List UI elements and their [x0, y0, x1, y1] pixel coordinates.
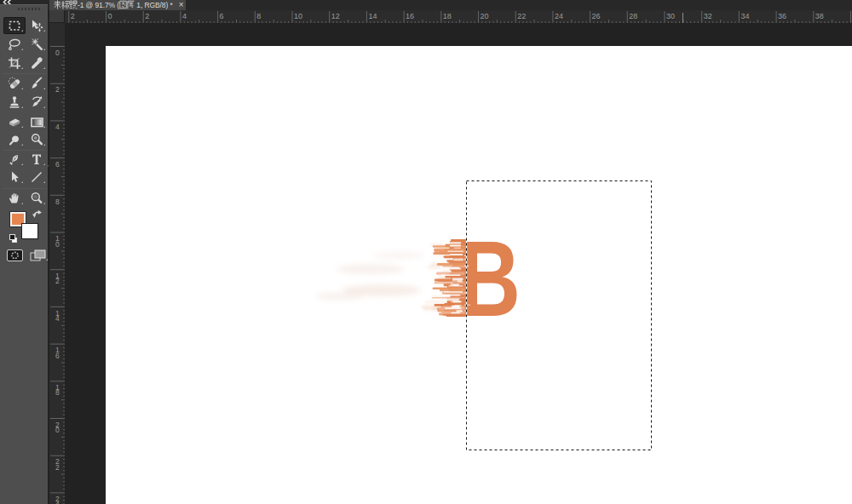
svg-text:8: 8 [256, 12, 261, 20]
svg-text:B: B [459, 218, 521, 338]
svg-text:4: 4 [182, 12, 187, 20]
svg-text:34: 34 [740, 12, 749, 20]
svg-text:0: 0 [55, 426, 60, 434]
svg-text:6: 6 [220, 12, 224, 20]
svg-text:6: 6 [55, 352, 60, 360]
svg-text:26: 26 [592, 12, 601, 20]
svg-text:4: 4 [55, 500, 60, 504]
svg-text:16: 16 [406, 12, 414, 20]
svg-text:22: 22 [517, 12, 526, 20]
svg-text:0: 0 [108, 12, 112, 20]
svg-text:24: 24 [555, 12, 563, 20]
svg-text:4: 4 [55, 314, 60, 323]
svg-text:2: 2 [145, 12, 149, 20]
svg-text:0: 0 [55, 240, 60, 249]
svg-text:32: 32 [704, 12, 712, 20]
svg-text:4: 4 [55, 123, 60, 131]
svg-text:2: 2 [55, 463, 60, 472]
svg-text:2: 2 [55, 277, 60, 285]
svg-text:36: 36 [778, 12, 786, 20]
svg-text:18: 18 [443, 12, 452, 20]
svg-text:8: 8 [55, 198, 60, 206]
svg-text:10: 10 [294, 12, 302, 20]
svg-text:20: 20 [481, 12, 489, 20]
svg-text:28: 28 [629, 12, 637, 20]
svg-text:0: 0 [55, 49, 60, 57]
svg-text:38: 38 [815, 12, 824, 20]
svg-text:14: 14 [368, 12, 377, 20]
svg-text:12: 12 [331, 12, 340, 20]
svg-text:6: 6 [55, 160, 60, 169]
svg-text:2: 2 [55, 85, 60, 94]
svg-text:30: 30 [666, 12, 675, 20]
svg-text:2: 2 [71, 12, 75, 20]
svg-text:8: 8 [55, 388, 60, 397]
